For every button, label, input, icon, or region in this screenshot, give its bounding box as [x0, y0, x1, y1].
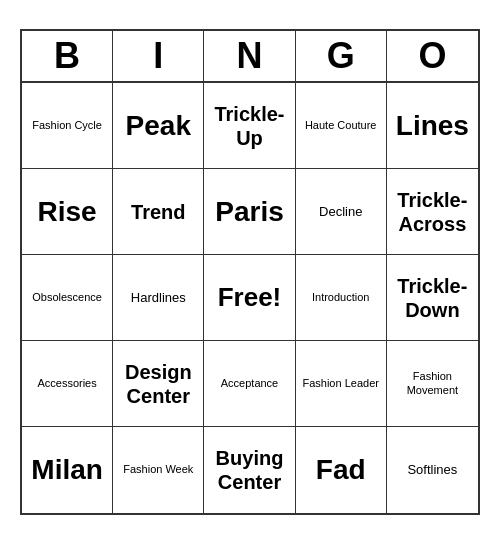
cell-text-r0-c3: Haute Couture: [305, 119, 377, 132]
bingo-grid: Fashion CyclePeakTrickle-UpHaute Couture…: [22, 83, 478, 513]
cell-r0-c2: Trickle-Up: [204, 83, 295, 169]
cell-text-r1-c0: Rise: [38, 195, 97, 229]
cell-text-r4-c0: Milan: [31, 453, 103, 487]
cell-text-r4-c1: Fashion Week: [123, 463, 193, 476]
cell-r1-c4: Trickle-Across: [387, 169, 478, 255]
cell-text-r0-c0: Fashion Cycle: [32, 119, 102, 132]
cell-r4-c0: Milan: [22, 427, 113, 513]
header-letter-i: I: [113, 31, 204, 81]
cell-r2-c0: Obsolescence: [22, 255, 113, 341]
cell-text-r1-c2: Paris: [215, 195, 284, 229]
cell-text-r2-c2: Free!: [218, 282, 282, 313]
cell-r1-c2: Paris: [204, 169, 295, 255]
cell-text-r1-c1: Trend: [131, 200, 185, 224]
cell-r1-c3: Decline: [296, 169, 387, 255]
cell-text-r1-c3: Decline: [319, 204, 362, 220]
header-letter-n: N: [204, 31, 295, 81]
cell-r1-c1: Trend: [113, 169, 204, 255]
cell-r2-c3: Introduction: [296, 255, 387, 341]
cell-text-r2-c3: Introduction: [312, 291, 369, 304]
bingo-card: BINGO Fashion CyclePeakTrickle-UpHaute C…: [20, 29, 480, 515]
cell-text-r0-c2: Trickle-Up: [210, 102, 288, 150]
cell-r0-c4: Lines: [387, 83, 478, 169]
cell-text-r2-c0: Obsolescence: [32, 291, 102, 304]
cell-text-r4-c4: Softlines: [407, 462, 457, 478]
cell-r2-c4: Trickle-Down: [387, 255, 478, 341]
cell-r3-c3: Fashion Leader: [296, 341, 387, 427]
cell-text-r2-c1: Hardlines: [131, 290, 186, 306]
cell-text-r3-c2: Acceptance: [221, 377, 278, 390]
cell-text-r3-c3: Fashion Leader: [302, 377, 378, 390]
header-letter-g: G: [296, 31, 387, 81]
cell-r3-c2: Acceptance: [204, 341, 295, 427]
cell-r2-c1: Hardlines: [113, 255, 204, 341]
cell-r4-c4: Softlines: [387, 427, 478, 513]
header-letter-o: O: [387, 31, 478, 81]
cell-r4-c1: Fashion Week: [113, 427, 204, 513]
cell-r4-c3: Fad: [296, 427, 387, 513]
cell-r0-c0: Fashion Cycle: [22, 83, 113, 169]
cell-r0-c1: Peak: [113, 83, 204, 169]
cell-text-r3-c4: Fashion Movement: [393, 370, 472, 396]
cell-r0-c3: Haute Couture: [296, 83, 387, 169]
cell-r1-c0: Rise: [22, 169, 113, 255]
cell-r3-c4: Fashion Movement: [387, 341, 478, 427]
cell-r3-c1: Design Center: [113, 341, 204, 427]
cell-text-r4-c3: Fad: [316, 453, 366, 487]
header-letter-b: B: [22, 31, 113, 81]
bingo-header: BINGO: [22, 31, 478, 83]
cell-text-r4-c2: Buying Center: [210, 446, 288, 494]
cell-r4-c2: Buying Center: [204, 427, 295, 513]
cell-r3-c0: Accessories: [22, 341, 113, 427]
cell-text-r0-c4: Lines: [396, 109, 469, 143]
cell-r2-c2: Free!: [204, 255, 295, 341]
cell-text-r3-c0: Accessories: [37, 377, 96, 390]
cell-text-r2-c4: Trickle-Down: [393, 274, 472, 322]
cell-text-r1-c4: Trickle-Across: [393, 188, 472, 236]
cell-text-r3-c1: Design Center: [119, 360, 197, 408]
cell-text-r0-c1: Peak: [126, 109, 191, 143]
